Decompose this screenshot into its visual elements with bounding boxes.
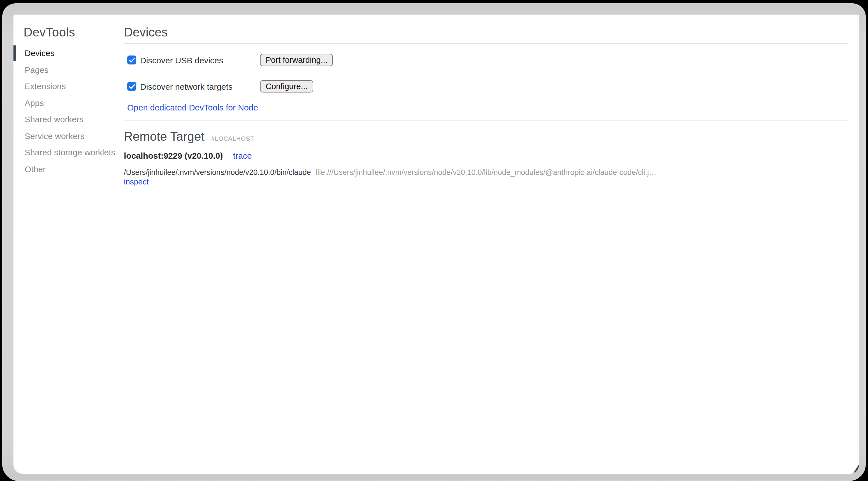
sidebar-nav: Devices Pages Extensions Apps Shared wor… <box>13 45 124 177</box>
node-devtools-row: Open dedicated DevTools for Node <box>124 103 848 112</box>
section-divider <box>124 120 848 121</box>
sidebar: DevTools Devices Pages Extensions Apps S… <box>13 14 124 474</box>
sidebar-item-shared-storage-worklets[interactable]: Shared storage worklets <box>13 144 124 160</box>
remote-target-title: Remote Target <box>124 129 205 144</box>
open-node-devtools-link[interactable]: Open dedicated DevTools for Node <box>127 102 258 112</box>
sidebar-item-shared-workers[interactable]: Shared workers <box>13 111 124 127</box>
sidebar-item-service-workers[interactable]: Service workers <box>13 127 124 144</box>
devtools-window: DevTools Devices Pages Extensions Apps S… <box>13 14 859 474</box>
discover-network-checkbox[interactable] <box>127 82 136 91</box>
configure-button[interactable]: Configure... <box>260 80 313 92</box>
devtools-title: DevTools <box>24 25 124 40</box>
discover-usb-row: Discover USB devices Port forwarding... <box>124 54 848 66</box>
process-path: /Users/jinhuilee/.nvm/versions/node/v20.… <box>124 168 311 177</box>
checkmark-icon <box>129 84 135 89</box>
trace-link[interactable]: trace <box>233 151 252 160</box>
module-url: file:///Users/jinhuilee/.nvm/versions/no… <box>315 168 656 177</box>
inspect-row: inspect <box>124 178 848 186</box>
target-path-row: /Users/jinhuilee/.nvm/versions/node/v20.… <box>124 168 848 177</box>
header-divider <box>124 43 848 44</box>
discover-usb-checkbox[interactable] <box>127 56 136 64</box>
sidebar-item-other[interactable]: Other <box>13 160 124 177</box>
discover-network-label: Discover network targets <box>140 82 232 91</box>
sidebar-item-pages[interactable]: Pages <box>13 61 124 78</box>
localhost-tag: #LOCALHOST <box>211 135 254 142</box>
sidebar-item-devices[interactable]: Devices <box>13 45 124 61</box>
discover-network-row: Discover network targets Configure... <box>124 80 848 92</box>
devtools-window-frame: DevTools Devices Pages Extensions Apps S… <box>2 3 866 481</box>
inspect-link[interactable]: inspect <box>124 177 149 186</box>
screen: DevTools Devices Pages Extensions Apps S… <box>0 0 868 481</box>
devices-panel: Devices Discover USB devices Port forwar… <box>124 14 859 474</box>
sidebar-item-extensions[interactable]: Extensions <box>13 78 124 94</box>
checkmark-icon <box>129 57 135 62</box>
remote-target-heading-row: Remote Target #LOCALHOST <box>124 129 848 144</box>
port-forwarding-button[interactable]: Port forwarding... <box>260 54 333 66</box>
target-name: localhost:9229 (v20.10.0) <box>124 151 223 160</box>
page-title: Devices <box>124 25 848 40</box>
remote-target-row: localhost:9229 (v20.10.0) trace <box>124 151 848 160</box>
sidebar-item-apps[interactable]: Apps <box>13 94 124 111</box>
discover-usb-label: Discover USB devices <box>140 55 223 65</box>
